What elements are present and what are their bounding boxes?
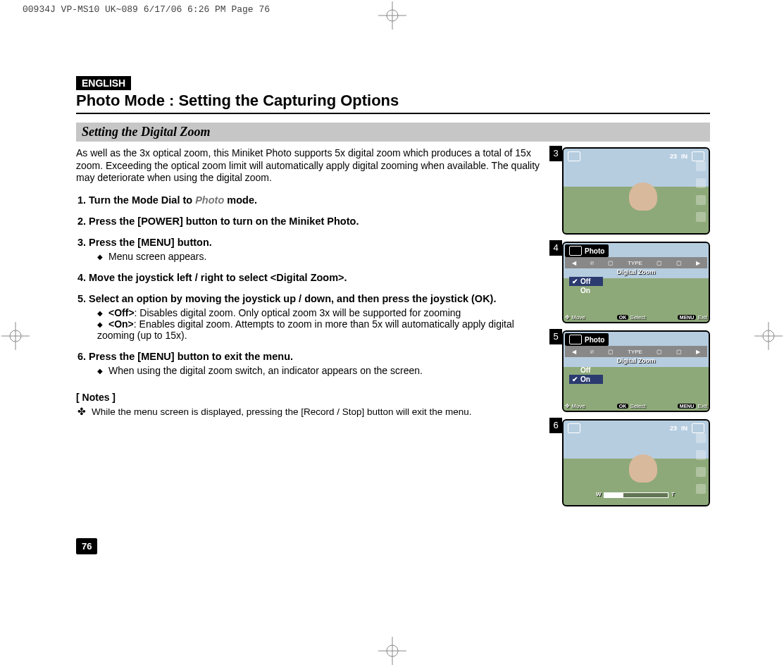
figure-5-select-label: Select: [630, 403, 646, 409]
page-title: Photo Mode : Setting the Capturing Optio…: [76, 92, 710, 114]
registration-mark-bottom: [378, 637, 406, 665]
figure-5-mode: Photo: [585, 336, 604, 344]
figure-5-option-off: ✔Off: [569, 366, 603, 375]
figure-4-off-label: Off: [580, 278, 590, 285]
figure-4-options: ✔Off ✔On: [569, 277, 603, 295]
step-5-on-text: : Enables digital zoom. Attempts to zoom…: [97, 318, 514, 341]
photo-subject-icon: [629, 454, 657, 483]
figure-4-number: 4: [549, 240, 562, 256]
figure-5: Photo ◀⎚▢TYPE▢▢▶ Digital Zoom ✔Off ✔On ✥…: [562, 330, 710, 412]
nav-icon: ✥ Move: [565, 314, 585, 321]
print-header: 00934J VP-MS10 UK~089 6/17/06 6:26 PM Pa…: [23, 4, 270, 15]
nav-icon: ✥ Move: [565, 403, 585, 409]
macro-icon: [696, 450, 706, 460]
timer-icon: [696, 484, 706, 494]
figure-5-menu-title: Digital Zoom: [617, 357, 656, 364]
step-5-off: <Off>: Disables digital zoom. Only optic…: [97, 307, 551, 318]
flash-icon: [696, 467, 706, 477]
step-3-head: Press the [MENU] button.: [89, 237, 212, 248]
figure-5-bottom-bar: ✥ Move OK Select MENU Exit: [565, 403, 707, 409]
step-6: Press the [MENU] button to exit the menu…: [89, 351, 551, 376]
step-5-off-text: : Disables digital zoom. Only optical zo…: [135, 307, 461, 318]
figure-5-options: ✔Off ✔On: [569, 366, 603, 384]
figure-5-icon-row: ◀⎚▢TYPE▢▢▶: [565, 346, 707, 357]
camera-icon: [568, 423, 580, 433]
check-icon: ✔: [572, 375, 578, 383]
step-5-on: <On>: Enables digital zoom. Attempts to …: [97, 318, 551, 341]
figure-6-number: 6: [549, 418, 562, 433]
zoom-indicator-bar: W T: [604, 492, 668, 498]
tab-icon: ◀: [572, 260, 576, 266]
figure-5-exit-label: Exit: [698, 403, 707, 409]
check-icon: ✔: [572, 278, 578, 285]
figure-3-number: 3: [549, 146, 562, 161]
figure-4-option-on: ✔On: [569, 286, 603, 295]
registration-mark-top: [378, 1, 406, 30]
figure-6-count: 23: [670, 425, 677, 432]
page-number: 76: [76, 538, 97, 554]
figure-4-option-off: ✔Off: [569, 277, 603, 286]
figure-4-exit-label: Exit: [698, 314, 707, 321]
flash-icon: [696, 195, 706, 205]
figure-5-off-label: Off: [580, 366, 590, 374]
battery-icon: [692, 151, 704, 161]
step-1-em: Photo: [195, 194, 224, 206]
figure-6: 23IN W T: [562, 419, 710, 506]
play-icon: [696, 161, 706, 171]
steps-list: Turn the Mode Dial to Photo mode. Press …: [76, 194, 551, 376]
menu-icon: MENU: [678, 315, 697, 320]
camera-icon: [569, 335, 582, 344]
step-6-sub-1: When using the digital zoom switch, an i…: [97, 365, 551, 376]
figure-4-icon-row: ◀⎚▢TYPE▢▢▶: [565, 257, 707, 268]
play-icon: [696, 433, 706, 443]
figure-4-select-label: Select: [630, 314, 646, 321]
section-title: Setting the Digital Zoom: [76, 123, 710, 142]
figure-3-storage: IN: [681, 153, 687, 160]
figure-5-option-on: ✔On: [569, 375, 603, 384]
step-1: Turn the Mode Dial to Photo mode.: [89, 194, 551, 206]
figure-5-on-label: On: [580, 375, 590, 383]
figure-4-bottom-bar: ✥ Move OK Select MENU Exit: [565, 314, 707, 321]
step-5-off-label: <Off>: [108, 307, 135, 318]
step-1-text-before: Turn the Mode Dial to: [89, 194, 195, 206]
step-3: Press the [MENU] button. Menu screen app…: [89, 237, 551, 262]
figure-4-move-label: Move: [571, 314, 585, 321]
figure-6-storage: IN: [681, 425, 687, 432]
figure-3-osd-top: 23IN: [568, 151, 704, 161]
notes-heading: [ Notes ]: [76, 392, 551, 403]
camera-icon: [568, 151, 580, 161]
registration-mark-right: [754, 322, 783, 350]
photo-subject-icon: [629, 182, 657, 211]
step-3-sub-1: Menu screen appears.: [97, 251, 551, 262]
figure-4-mode: Photo: [585, 247, 604, 255]
figure-4-on-label: On: [580, 287, 590, 294]
note-1: While the menu screen is displayed, pres…: [76, 406, 551, 417]
tab-icon: ▶: [696, 260, 700, 266]
figure-5-move-label: Move: [571, 403, 585, 409]
page-content: ENGLISH Photo Mode : Setting the Capturi…: [76, 76, 710, 514]
step-1-text-after: mode.: [224, 194, 257, 206]
main-text-column: As well as the 3x optical zoom, this Min…: [76, 147, 551, 514]
zoom-tele-label: T: [671, 491, 675, 497]
step-5-head: Select an option by moving the joystick …: [89, 293, 496, 304]
menu-icon: MENU: [678, 404, 697, 409]
registration-mark-left: [1, 322, 30, 350]
intro-paragraph: As well as the 3x optical zoom, this Min…: [76, 147, 551, 185]
figure-4-mode-bar: Photo: [565, 244, 609, 257]
figure-4-menu-title: Digital Zoom: [617, 268, 656, 275]
language-tag: ENGLISH: [76, 76, 131, 90]
timer-icon: [696, 212, 706, 222]
figures-column: 3 23IN 4 Photo ◀⎚▢TYPE▢▢▶ Digital Zoom: [562, 147, 710, 514]
step-6-head: Press the [MENU] button to exit the menu…: [89, 351, 293, 362]
battery-icon: [692, 423, 704, 433]
figure-3-side-icons: [696, 161, 706, 222]
figure-4: Photo ◀⎚▢TYPE▢▢▶ Digital Zoom ✔Off ✔On ✥…: [562, 242, 710, 323]
step-2: Press the [POWER] button to turn on the …: [89, 216, 551, 227]
figure-6-osd-top: 23IN: [568, 423, 704, 433]
step-4: Move the joystick left / right to select…: [89, 272, 551, 283]
figure-5-mode-bar: Photo: [565, 333, 609, 346]
ok-icon: OK: [617, 404, 629, 409]
zoom-wide-label: W: [596, 491, 602, 497]
figure-3-count: 23: [670, 153, 677, 160]
macro-icon: [696, 178, 706, 188]
